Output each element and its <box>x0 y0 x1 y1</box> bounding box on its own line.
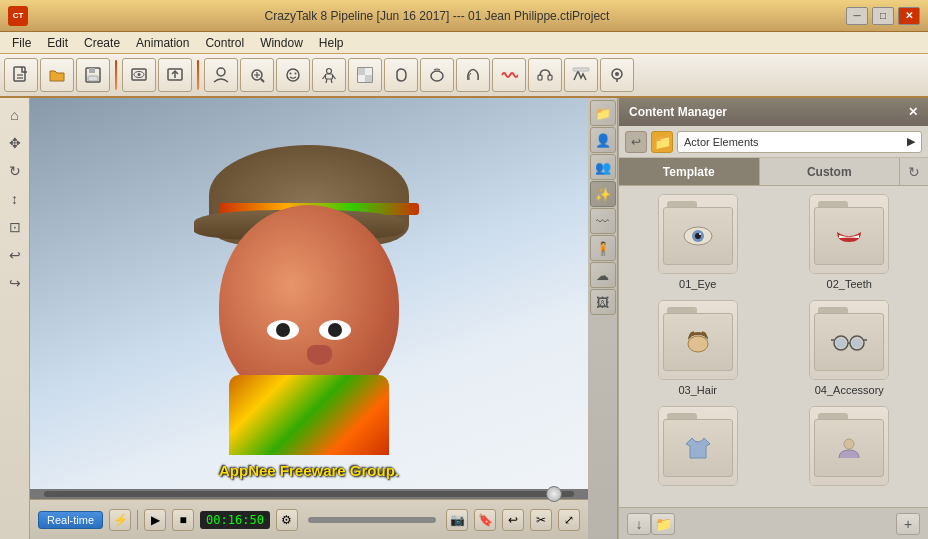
menu-animation[interactable]: Animation <box>128 34 197 52</box>
script-button[interactable] <box>600 58 634 92</box>
svg-point-35 <box>615 72 619 76</box>
cm-item-person-card-icon[interactable] <box>809 406 889 486</box>
fit-button[interactable] <box>240 58 274 92</box>
tab-template[interactable]: Template <box>619 158 760 185</box>
realtime-button[interactable]: Real-time <box>38 511 103 529</box>
cm-download-button[interactable]: ↓ <box>627 513 651 535</box>
stop-button[interactable]: ■ <box>172 509 194 531</box>
menu-control[interactable]: Control <box>197 34 252 52</box>
icon-person[interactable]: 🧍 <box>590 235 616 261</box>
cm-item-teeth-icon[interactable] <box>809 194 889 274</box>
hair-button[interactable] <box>456 58 490 92</box>
shape-button[interactable] <box>420 58 454 92</box>
menu-file[interactable]: File <box>4 34 39 52</box>
playback-slider[interactable] <box>308 517 436 523</box>
scrubber-bar[interactable] <box>30 489 588 499</box>
menu-help[interactable]: Help <box>311 34 352 52</box>
nav-path[interactable]: Actor Elements ▶ <box>677 131 922 153</box>
cm-add-button[interactable]: + <box>896 513 920 535</box>
watermark-text: AppNee Freeware Group. <box>219 462 399 479</box>
cm-item-accessory-icon[interactable] <box>809 300 889 380</box>
sidebar-scale[interactable]: ↕ <box>2 186 28 212</box>
export-button[interactable] <box>158 58 192 92</box>
sidebar-move[interactable]: ✥ <box>2 130 28 156</box>
cm-item-eye[interactable]: 01_Eye <box>627 194 769 290</box>
cm-item-teeth[interactable]: 02_Teeth <box>779 194 921 290</box>
wave-button[interactable] <box>492 58 526 92</box>
nav-folder-button[interactable]: 📁 <box>651 131 673 153</box>
scrubber-thumb[interactable] <box>546 486 562 502</box>
tab-custom[interactable]: Custom <box>760 158 901 185</box>
content-manager-close[interactable]: ✕ <box>908 105 918 119</box>
preview-button[interactable] <box>122 58 156 92</box>
sidebar-undo[interactable]: ↩ <box>2 242 28 268</box>
menu-window[interactable]: Window <box>252 34 311 52</box>
svg-point-46 <box>836 338 846 348</box>
mode-toggle[interactable]: ⚡ <box>109 509 131 531</box>
headphones-button[interactable] <box>528 58 562 92</box>
menu-edit[interactable]: Edit <box>39 34 76 52</box>
cm-item-hair-icon[interactable] <box>658 300 738 380</box>
svg-rect-28 <box>365 68 372 75</box>
head-button[interactable] <box>384 58 418 92</box>
window-controls: ─ □ ✕ <box>846 7 920 25</box>
expand-button[interactable]: ⤢ <box>558 509 580 531</box>
icon-wave[interactable]: 〰 <box>590 208 616 234</box>
sidebar-rotate[interactable]: ↻ <box>2 158 28 184</box>
close-button[interactable]: ✕ <box>898 7 920 25</box>
cm-item-person-card[interactable] <box>779 406 921 490</box>
maximize-button[interactable]: □ <box>872 7 894 25</box>
auto-button[interactable] <box>564 58 598 92</box>
open-button[interactable] <box>40 58 74 92</box>
icon-group[interactable]: 👥 <box>590 154 616 180</box>
loop-button[interactable]: ↩ <box>502 509 524 531</box>
cm-item-accessory[interactable]: 04_Accessory <box>779 300 921 396</box>
bookmark-button[interactable]: 🔖 <box>474 509 496 531</box>
nav-back-button[interactable]: ↩ <box>625 131 647 153</box>
cm-item-shirt-icon[interactable] <box>658 406 738 486</box>
svg-point-44 <box>688 336 708 352</box>
nav-path-arrow: ▶ <box>907 135 915 148</box>
trim-button[interactable]: ✂ <box>530 509 552 531</box>
eye-left <box>267 320 299 340</box>
tab-refresh-button[interactable]: ↻ <box>900 158 928 185</box>
play-button[interactable]: ▶ <box>144 509 166 531</box>
character <box>199 145 419 425</box>
cm-item-shirt[interactable] <box>627 406 769 490</box>
svg-rect-33 <box>573 68 589 71</box>
icon-profile[interactable]: 👤 <box>590 127 616 153</box>
content-manager-title: Content Manager <box>629 105 727 119</box>
icon-cloud[interactable]: ☁ <box>590 262 616 288</box>
svg-rect-29 <box>358 75 365 82</box>
cm-item-eye-icon[interactable] <box>658 194 738 274</box>
checkers-button[interactable] <box>348 58 382 92</box>
cm-item-accessory-label: 04_Accessory <box>815 384 884 396</box>
new-button[interactable] <box>4 58 38 92</box>
icon-image[interactable]: 🖼 <box>590 289 616 315</box>
face-button[interactable] <box>276 58 310 92</box>
actor-button[interactable] <box>204 58 238 92</box>
camera-button[interactable]: 📷 <box>446 509 468 531</box>
svg-point-19 <box>327 69 332 74</box>
person-card-folder-body <box>814 419 884 477</box>
right-icon-bar: 📁 👤 👥 ✨ 〰 🧍 ☁ 🖼 <box>588 98 618 539</box>
sidebar-home[interactable]: ⌂ <box>2 102 28 128</box>
cm-folder-button[interactable]: 📁 <box>651 513 675 535</box>
save-button[interactable] <box>76 58 110 92</box>
minimize-button[interactable]: ─ <box>846 7 868 25</box>
icon-folder[interactable]: 📁 <box>590 100 616 126</box>
cm-item-hair[interactable]: 03_Hair <box>627 300 769 396</box>
accessory-folder-body <box>814 313 884 371</box>
separator <box>137 510 138 530</box>
svg-rect-4 <box>89 68 95 73</box>
settings-button[interactable]: ⚙ <box>276 509 298 531</box>
menu-create[interactable]: Create <box>76 34 128 52</box>
sidebar-frame[interactable]: ⊡ <box>2 214 28 240</box>
scrubber-track[interactable] <box>44 491 574 497</box>
body-button[interactable] <box>312 58 346 92</box>
svg-point-18 <box>295 73 297 75</box>
icon-sparkle[interactable]: ✨ <box>590 181 616 207</box>
separator-2 <box>197 60 199 90</box>
pupil-left <box>276 323 290 337</box>
sidebar-redo[interactable]: ↪ <box>2 270 28 296</box>
